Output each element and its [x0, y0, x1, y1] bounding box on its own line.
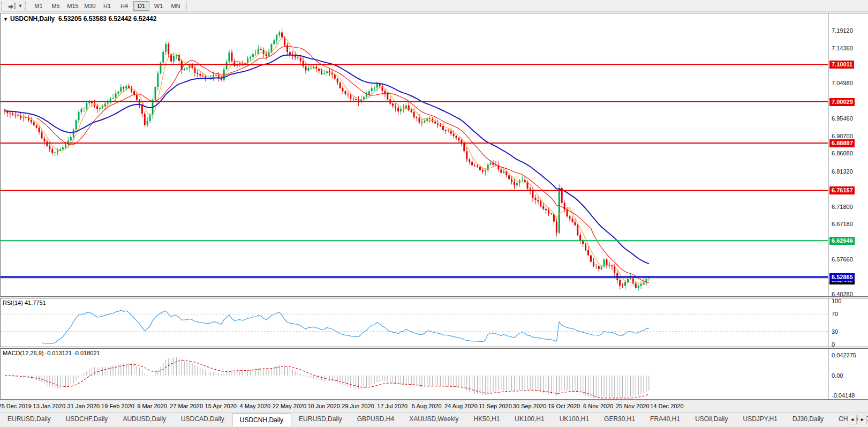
chart-tab-uk100-h1[interactable]: UK100,H1: [552, 413, 597, 426]
date-label: 17 Jul 2020: [377, 403, 407, 409]
chart-tab-usdjpy-h1[interactable]: USDJPY,H1: [735, 413, 784, 426]
date-label: 22 May 2020: [273, 403, 307, 409]
time-axis[interactable]: 25 Dec 201913 Jan 202031 Jan 202019 Feb …: [0, 401, 868, 411]
tab-scroll-right-icon[interactable]: ►: [858, 415, 867, 424]
chart-tab-usdchf-daily[interactable]: USDCHF,Daily: [58, 413, 116, 426]
top-toolbar: ▼ M1M5M15M30H1H4D1W1MN: [0, 0, 868, 12]
chart-tab-dj30-daily[interactable]: DJ30,Daily: [785, 413, 831, 426]
macd-panel: MACD(12,26,9) -0.013121 -0.018021 0.0422…: [0, 348, 868, 400]
date-label: 6 Nov 2020: [583, 403, 613, 409]
price-tick: 7.19120: [832, 27, 853, 34]
chart-tab-usoil-daily[interactable]: USOil,Daily: [688, 413, 735, 426]
chart-tab-uk100-h1[interactable]: UK100,H1: [507, 413, 552, 426]
price-tick: 7.14360: [832, 45, 853, 51]
level-price-badge: 7.10011: [829, 61, 854, 69]
date-label: 13 Jan 2020: [33, 403, 66, 409]
date-label: 19 Oct 2020: [548, 403, 580, 409]
chart-tab-gbpusd-h4[interactable]: GBPUSD,H4: [350, 413, 402, 426]
chart-tab-audusd-daily[interactable]: AUDUSD,Daily: [115, 413, 173, 426]
date-label: 9 Mar 2020: [137, 403, 167, 409]
main-price-scale[interactable]: 7.191207.143607.049806.954606.907006.860…: [829, 13, 868, 296]
price-tick: 6.67180: [832, 221, 853, 227]
macd-label: MACD(12,26,9) -0.013121 -0.018021: [3, 350, 100, 356]
date-label: 10 Jun 2020: [307, 403, 340, 409]
price-tick: 6.81320: [832, 168, 853, 175]
date-label: 30 Sep 2020: [513, 403, 546, 409]
rsi-scale[interactable]: 10070300: [829, 298, 868, 347]
chart-scroll-caret-icon[interactable]: ▼: [17, 3, 24, 9]
level-price-badge: 6.76157: [829, 186, 855, 194]
date-label: 25 Nov 2020: [616, 403, 649, 409]
toolbar-grip2[interactable]: [25, 2, 28, 10]
date-label: 15 Apr 2020: [205, 403, 237, 409]
chart-ohlc-label: 6.53205 6.53583 6.52442 6.52442: [58, 15, 157, 23]
rsi-label: RSI(14) 41.7751: [3, 299, 46, 306]
price-tick: 6.90700: [832, 133, 853, 139]
main-chart-panel: ▼USDCNH,Daily 6.53205 6.53583 6.52442 6.…: [0, 13, 868, 297]
chart-tab-ger30-h1[interactable]: GER30,H1: [597, 413, 643, 426]
date-label: 11 Sep 2020: [479, 403, 512, 409]
rsi-tick: 100: [832, 298, 841, 304]
macd-scale[interactable]: 0.0422750.00-0.04148: [829, 349, 868, 399]
chart-tab-fra40-h1[interactable]: FRA40,H1: [643, 413, 688, 426]
toolbar-separator: [186, 2, 187, 10]
macd-tick: 0.042275: [832, 352, 856, 358]
rsi-tick: 70: [832, 311, 838, 317]
price-tick: 6.48280: [832, 291, 853, 296]
chart-tab-usdcad-daily[interactable]: USDCAD,Daily: [173, 413, 232, 426]
chart-tab-eurusd-daily[interactable]: EURUSD,Daily: [0, 413, 58, 426]
timeframe-button-h4[interactable]: H4: [116, 1, 132, 11]
price-tick: 6.57660: [832, 256, 853, 263]
level-price-badge: 6.62646: [829, 237, 855, 245]
timeframe-button-w1[interactable]: W1: [150, 1, 167, 11]
price-tick: 7.04980: [832, 80, 853, 86]
date-label: 25 Dec 2019: [0, 403, 32, 409]
timeframe-button-d1[interactable]: D1: [133, 1, 149, 11]
main-plot-area[interactable]: [1, 13, 828, 296]
timeframe-button-m15[interactable]: M15: [65, 1, 81, 11]
timeframe-button-m30[interactable]: M30: [82, 1, 98, 11]
chart-tab-usdcnh-daily[interactable]: USDCNH,Daily: [232, 414, 291, 426]
chart-tab-hk50-h1[interactable]: HK50,H1: [466, 413, 508, 426]
date-label: 5 Aug 2020: [412, 403, 442, 409]
rsi-tick: 0: [832, 341, 835, 347]
rsi-panel: RSI(14) 41.7751 10070300: [0, 298, 868, 347]
level-price-badge: 6.52865: [829, 273, 855, 281]
chart-tab-eurusd-daily[interactable]: EURUSD,Daily: [291, 413, 350, 426]
rsi-tick: 30: [832, 328, 838, 335]
date-label: 4 May 2020: [240, 403, 270, 409]
timeframe-button-mn[interactable]: MN: [168, 1, 184, 11]
price-tick: 6.86080: [832, 150, 853, 156]
chart-title: ▼USDCNH,Daily 6.53205 6.53583 6.52442 6.…: [3, 15, 156, 23]
price-tick: 6.71800: [832, 204, 853, 210]
toolbar-grip[interactable]: [1, 2, 5, 10]
date-label: 14 Dec 2020: [650, 403, 683, 409]
level-price-badge: 6.88897: [829, 139, 855, 147]
chart-title-caret-icon[interactable]: ▼: [3, 17, 8, 22]
date-label: 29 Jun 2020: [342, 403, 374, 409]
date-label: 19 Feb 2020: [101, 403, 134, 409]
timeframe-button-m1[interactable]: M1: [31, 1, 47, 11]
date-label: 27 Mar 2020: [170, 403, 203, 409]
date-label: 31 Jan 2020: [67, 403, 100, 409]
chart-tab-xauusd-weekly[interactable]: XAUUSD,Weekly: [402, 413, 466, 426]
level-price-badge: 7.00029: [829, 98, 855, 106]
timeframe-button-m5[interactable]: M5: [48, 1, 64, 11]
chart-tabbar: EURUSD,DailyUSDCHF,DailyAUDUSD,DailyUSDC…: [0, 413, 868, 426]
date-label: 24 Aug 2020: [444, 403, 478, 409]
rsi-plot-area[interactable]: [1, 298, 828, 347]
tab-scroll-left-icon[interactable]: ◄: [848, 415, 857, 424]
chart-scroll-icon[interactable]: [6, 1, 17, 11]
macd-plot-area[interactable]: [1, 349, 828, 399]
price-tick: 6.95460: [832, 115, 853, 122]
macd-tick: 0.00: [832, 372, 843, 379]
macd-tick: -0.04148: [832, 392, 855, 399]
timeframe-button-h1[interactable]: H1: [99, 1, 115, 11]
chart-symbol-label: USDCNH,Daily: [10, 15, 55, 23]
